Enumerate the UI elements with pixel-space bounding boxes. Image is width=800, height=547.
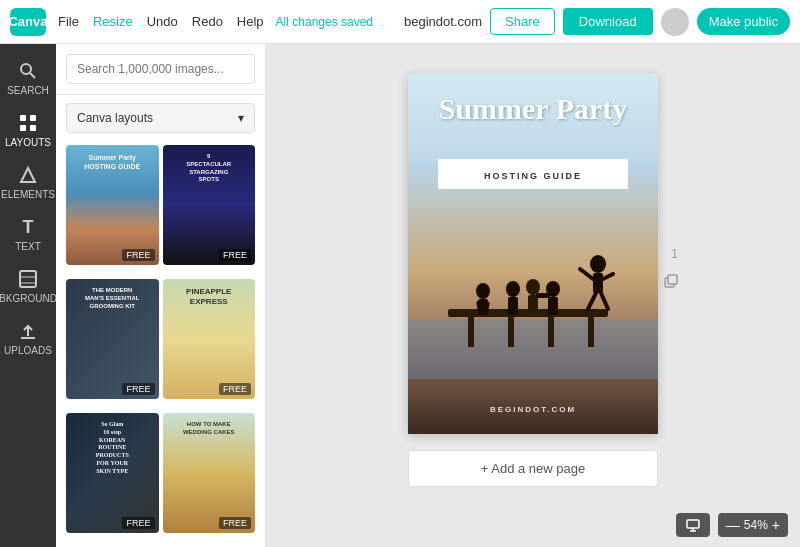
template-title-5: So Glam10 stepKOREANROUTINEPRODUCTSFOR Y…: [72, 421, 153, 476]
sidebar-item-elements-label: ELEMENTS: [1, 189, 55, 200]
svg-rect-17: [588, 317, 594, 347]
sidebar-item-layouts[interactable]: LAYOUTS: [0, 104, 56, 156]
sidebar-item-search[interactable]: SEARCH: [0, 52, 56, 104]
silhouette-svg: [408, 219, 658, 379]
background-icon: [17, 268, 39, 290]
elements-icon: [17, 164, 39, 186]
search-icon: [17, 60, 39, 82]
svg-point-22: [506, 281, 520, 297]
svg-rect-23: [508, 297, 518, 315]
svg-point-29: [590, 255, 606, 273]
make-public-button[interactable]: Make public: [697, 8, 790, 35]
nav-right-controls: begindot.com Share Download Make public: [404, 8, 790, 36]
svg-rect-12: [408, 319, 658, 379]
avatar: [661, 8, 689, 36]
template-title-6: HOW TO MAKEWEDDING CAKES: [169, 421, 250, 437]
svg-rect-5: [30, 125, 36, 131]
nav-undo[interactable]: Undo: [147, 14, 178, 29]
svg-line-32: [603, 274, 613, 279]
nav-help[interactable]: Help: [237, 14, 264, 29]
free-badge-3: FREE: [122, 383, 154, 395]
canvas-area: Summer Party HOSTING GUIDE: [266, 44, 800, 547]
svg-rect-2: [20, 115, 26, 121]
bottom-bar: — 54% +: [676, 513, 788, 537]
add-page-button[interactable]: + Add a new page: [408, 450, 658, 487]
nav-resize[interactable]: Resize: [93, 14, 133, 29]
svg-rect-37: [687, 520, 699, 528]
page-canvas[interactable]: Summer Party HOSTING GUIDE: [408, 74, 658, 434]
layout-dropdown[interactable]: Canva layouts ▾: [66, 103, 255, 133]
canvas-bottom-text: BEGINDOT.COM: [408, 405, 658, 414]
free-badge-4: FREE: [219, 383, 251, 395]
template-item-3[interactable]: THE MODERNMAN'S ESSENTIALGROOMING KIT FR…: [66, 279, 159, 399]
autosave-status: All changes saved: [276, 15, 392, 29]
svg-rect-3: [30, 115, 36, 121]
svg-rect-36: [668, 275, 677, 284]
template-title-4: PINEAPPLEEXPRESS: [169, 287, 250, 308]
svg-line-34: [601, 293, 608, 309]
svg-point-24: [526, 279, 540, 295]
zoom-in-button[interactable]: +: [772, 517, 780, 533]
copy-icon[interactable]: [664, 274, 678, 291]
zoom-level: 54%: [744, 518, 768, 532]
dropdown-label: Canva layouts: [77, 111, 153, 125]
canvas-wrapper: Summer Party HOSTING GUIDE: [408, 74, 658, 434]
template-grid: Summer PartyHOSTING GUIDE FREE 9SPECTACU…: [56, 141, 265, 547]
sidebar-item-background-label: BKGROUND: [0, 293, 57, 304]
sidebar-item-search-label: SEARCH: [7, 85, 49, 96]
template-item-1[interactable]: Summer PartyHOSTING GUIDE FREE: [66, 145, 159, 265]
svg-line-33: [588, 293, 596, 309]
template-item-2[interactable]: 9SPECTACULARSTARGAZINGSPOTS FREE: [163, 145, 256, 265]
nav-file[interactable]: File: [58, 14, 79, 29]
zoom-controls: — 54% +: [718, 513, 788, 537]
uploads-icon: [17, 320, 39, 342]
svg-rect-14: [468, 317, 474, 347]
svg-rect-15: [508, 317, 514, 347]
sidebar-item-elements[interactable]: ELEMENTS: [0, 156, 56, 208]
sidebar-item-text[interactable]: T TEXT: [0, 208, 56, 260]
canva-logo[interactable]: Canva: [10, 8, 46, 36]
svg-point-18: [476, 283, 490, 299]
svg-rect-28: [536, 293, 550, 298]
nav-redo[interactable]: Redo: [192, 14, 223, 29]
template-item-5[interactable]: So Glam10 stepKOREANROUTINEPRODUCTSFOR Y…: [66, 413, 159, 533]
svg-rect-16: [548, 317, 554, 347]
nav-menu: File Resize Undo Redo Help: [58, 14, 264, 29]
svg-point-0: [21, 64, 31, 74]
download-button[interactable]: Download: [563, 8, 653, 35]
free-badge-5: FREE: [122, 517, 154, 529]
template-title-2: 9SPECTACULARSTARGAZINGSPOTS: [169, 153, 250, 184]
zoom-out-button[interactable]: —: [726, 517, 740, 533]
template-item-4[interactable]: PINEAPPLEEXPRESS FREE: [163, 279, 256, 399]
canvas-title-text: Summer Party: [439, 92, 628, 125]
svg-rect-25: [528, 295, 538, 313]
sidebar-item-uploads-label: UPLOADS: [4, 345, 52, 356]
sidebar-icons: SEARCH LAYOUTS ELEMENTS T T: [0, 44, 56, 547]
svg-marker-6: [21, 168, 35, 182]
top-navigation: Canva File Resize Undo Redo Help All cha…: [0, 0, 800, 44]
present-button[interactable]: [676, 513, 710, 537]
svg-rect-27: [548, 297, 558, 315]
text-icon: T: [17, 216, 39, 238]
template-title-1: Summer PartyHOSTING GUIDE: [72, 153, 153, 171]
svg-line-1: [30, 73, 35, 78]
sidebar-item-uploads[interactable]: UPLOADS: [0, 312, 56, 364]
sidebar-item-text-label: TEXT: [15, 241, 41, 252]
site-label: begindot.com: [404, 14, 482, 29]
search-input[interactable]: [66, 54, 255, 84]
monitor-icon: [686, 518, 700, 532]
template-item-6[interactable]: HOW TO MAKEWEDDING CAKES FREE: [163, 413, 256, 533]
free-badge-2: FREE: [219, 249, 251, 261]
canvas-title: Summer Party: [408, 92, 658, 125]
page-number: 1: [671, 247, 678, 261]
svg-rect-4: [20, 125, 26, 131]
canvas-subtitle-text: HOSTING GUIDE: [484, 171, 582, 181]
free-badge-6: FREE: [219, 517, 251, 529]
canvas-subtitle-box: HOSTING GUIDE: [438, 159, 628, 189]
panel-search-area: [56, 44, 265, 95]
share-button[interactable]: Share: [490, 8, 555, 35]
free-badge-1: FREE: [122, 249, 154, 261]
sidebar-item-background[interactable]: BKGROUND: [0, 260, 56, 312]
chevron-down-icon: ▾: [238, 111, 244, 125]
svg-rect-7: [20, 271, 36, 287]
